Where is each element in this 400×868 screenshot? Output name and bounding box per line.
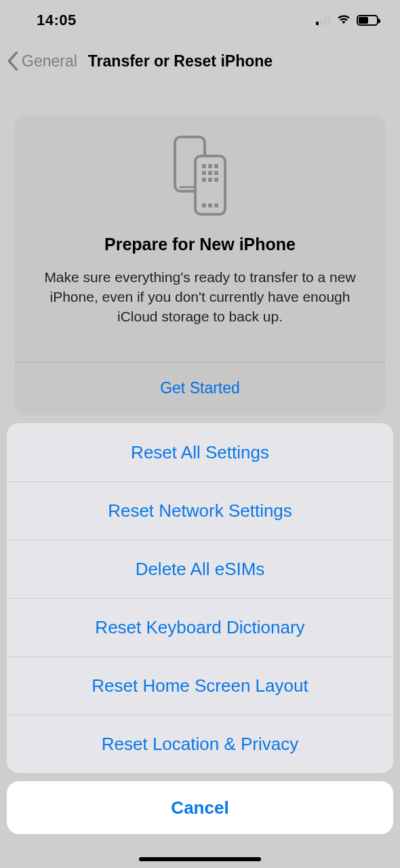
reset-keyboard-dictionary-button[interactable]: Reset Keyboard Dictionary [7, 598, 393, 656]
svg-rect-6 [202, 171, 206, 175]
status-icons [316, 14, 378, 27]
cellular-signal-icon [316, 16, 331, 25]
get-started-button[interactable]: Get Started [15, 363, 385, 415]
svg-rect-9 [202, 178, 206, 182]
svg-rect-5 [214, 164, 218, 168]
reset-action-sheet: Reset All Settings Reset Network Setting… [7, 423, 393, 834]
svg-rect-3 [202, 164, 206, 168]
prepare-title: Prepare for New iPhone [31, 235, 369, 254]
prepare-description: Make sure everything's ready to transfer… [31, 268, 369, 327]
status-time: 14:05 [37, 12, 77, 29]
reset-network-settings-button[interactable]: Reset Network Settings [7, 481, 393, 540]
reset-location-privacy-button[interactable]: Reset Location & Privacy [7, 715, 393, 773]
svg-rect-12 [202, 203, 206, 208]
svg-rect-13 [208, 203, 212, 208]
svg-rect-14 [214, 203, 218, 208]
svg-rect-11 [214, 178, 218, 182]
back-label: General [22, 52, 77, 71]
svg-rect-8 [214, 171, 218, 175]
page-title: Transfer or Reset iPhone [88, 52, 273, 71]
back-button[interactable]: General [7, 52, 77, 71]
cancel-button[interactable]: Cancel [7, 781, 393, 834]
svg-rect-10 [208, 178, 212, 182]
delete-all-esims-button[interactable]: Delete All eSIMs [7, 540, 393, 598]
action-sheet-group: Reset All Settings Reset Network Setting… [7, 423, 393, 773]
svg-rect-4 [208, 164, 212, 168]
svg-rect-7 [208, 171, 212, 175]
reset-home-screen-layout-button[interactable]: Reset Home Screen Layout [7, 656, 393, 715]
battery-icon [357, 15, 378, 26]
status-bar: 14:05 [0, 0, 400, 41]
chevron-left-icon [7, 52, 19, 71]
reset-all-settings-button[interactable]: Reset All Settings [7, 423, 393, 481]
devices-icon [31, 136, 369, 217]
wifi-icon [336, 14, 351, 27]
prepare-card: Prepare for New iPhone Make sure everyth… [15, 115, 385, 415]
nav-header: General Transfer or Reset iPhone [0, 41, 400, 81]
home-indicator[interactable] [139, 857, 261, 861]
